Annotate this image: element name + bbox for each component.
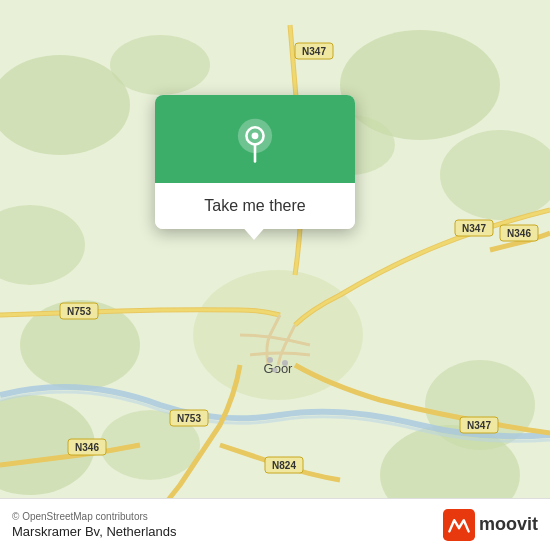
moovit-logo: moovit xyxy=(443,509,538,541)
svg-text:N347: N347 xyxy=(467,420,491,431)
svg-text:N346: N346 xyxy=(75,442,99,453)
svg-point-30 xyxy=(267,357,273,363)
svg-point-12 xyxy=(193,270,363,400)
svg-text:N753: N753 xyxy=(67,306,91,317)
svg-text:N347: N347 xyxy=(302,46,326,57)
svg-point-2 xyxy=(110,35,210,95)
attribution-text: © OpenStreetMap contributors xyxy=(12,511,176,522)
svg-rect-36 xyxy=(443,509,475,541)
place-name-text: Marskramer Bv, Netherlands xyxy=(12,524,176,539)
bottom-left: © OpenStreetMap contributors Marskramer … xyxy=(12,511,176,539)
popup-header xyxy=(155,95,355,183)
svg-text:N824: N824 xyxy=(272,460,296,471)
bottom-bar: © OpenStreetMap contributors Marskramer … xyxy=(0,498,550,550)
svg-point-31 xyxy=(282,360,288,366)
svg-text:N347: N347 xyxy=(462,223,486,234)
svg-text:N753: N753 xyxy=(177,413,201,424)
take-me-there-button[interactable]: Take me there xyxy=(155,183,355,229)
svg-point-32 xyxy=(273,368,278,373)
moovit-icon xyxy=(443,509,475,541)
map-svg: N347 N347 N347 N346 N346 N753 N753 N824 … xyxy=(0,0,550,550)
popup-tail xyxy=(240,224,268,240)
moovit-label: moovit xyxy=(479,514,538,535)
svg-text:N346: N346 xyxy=(507,228,531,239)
location-pin-icon xyxy=(231,117,279,165)
svg-text:Goor: Goor xyxy=(264,361,294,376)
svg-point-35 xyxy=(252,132,259,139)
popup-card: Take me there xyxy=(155,95,355,229)
map-container: N347 N347 N347 N346 N346 N753 N753 N824 … xyxy=(0,0,550,550)
